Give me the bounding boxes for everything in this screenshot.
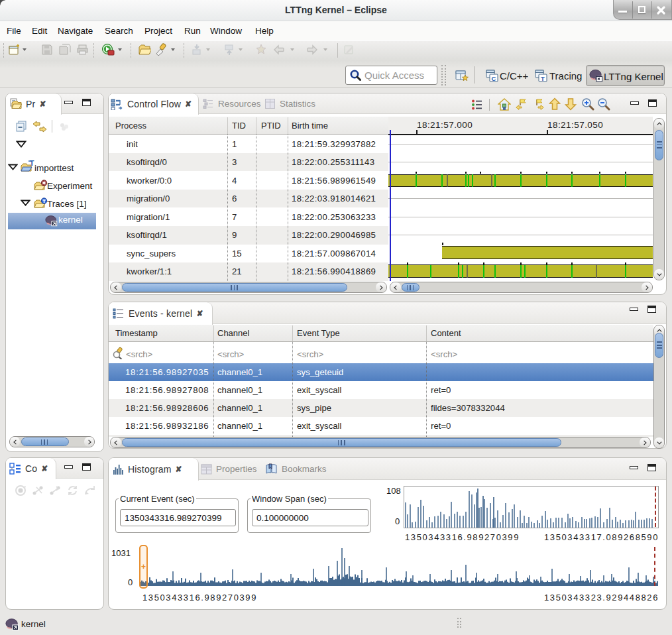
svg-text:T: T (541, 75, 545, 82)
svg-text:C: C (492, 75, 496, 82)
